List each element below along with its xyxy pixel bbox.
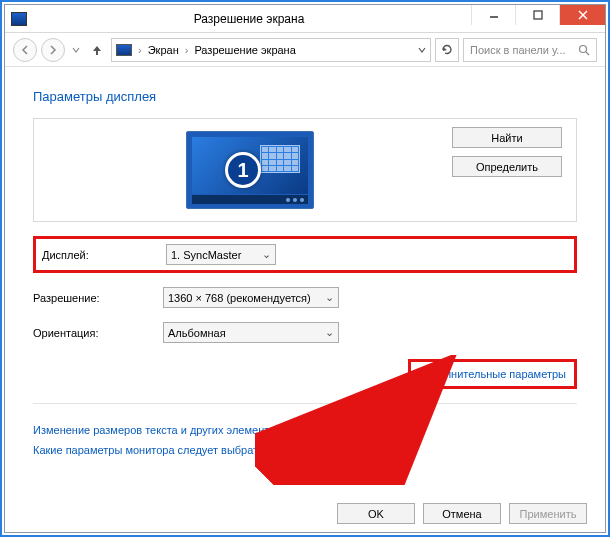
orientation-row: Ориентация: Альбомная ⌄	[33, 322, 577, 343]
display-label: Дисплей:	[42, 249, 166, 261]
dialog-footer: OK Отмена Применить	[337, 503, 587, 524]
breadcrumb-item[interactable]: Разрешение экрана	[194, 44, 295, 56]
svg-point-4	[580, 45, 587, 52]
navigation-bar: › Экран › Разрешение экрана Поиск в пане…	[5, 33, 605, 67]
ok-button[interactable]: OK	[337, 503, 415, 524]
chevron-down-icon: ⌄	[262, 248, 271, 261]
which-settings-link[interactable]: Какие параметры монитора следует выбрать…	[33, 444, 577, 456]
orientation-value: Альбомная	[168, 327, 226, 339]
orientation-label: Ориентация:	[33, 327, 163, 339]
search-input[interactable]: Поиск в панели у...	[463, 38, 597, 62]
monitor-thumbnail[interactable]: 1	[186, 131, 314, 209]
minimize-button[interactable]	[471, 5, 515, 25]
display-row-highlight: Дисплей: 1. SyncMaster ⌄	[33, 236, 577, 273]
maximize-button[interactable]	[515, 5, 559, 25]
chevron-down-icon: ⌄	[325, 291, 334, 304]
display-select[interactable]: 1. SyncMaster ⌄	[166, 244, 276, 265]
resolution-value: 1360 × 768 (рекомендуется)	[168, 292, 311, 304]
page-title: Параметры дисплея	[33, 89, 577, 104]
svg-line-5	[586, 52, 589, 55]
cancel-button[interactable]: Отмена	[423, 503, 501, 524]
chevron-down-icon: ⌄	[325, 326, 334, 339]
text-size-link[interactable]: Изменение размеров текста и других элеме…	[33, 424, 577, 436]
resolution-row: Разрешение: 1360 × 768 (рекомендуется) ⌄	[33, 287, 577, 308]
monitor-number-badge: 1	[225, 152, 261, 188]
detect-button[interactable]: Определить	[452, 156, 562, 177]
back-button[interactable]	[13, 38, 37, 62]
display-value: 1. SyncMaster	[171, 249, 241, 261]
address-bar[interactable]: › Экран › Разрешение экрана	[111, 38, 431, 62]
close-button[interactable]	[559, 5, 605, 25]
forward-button[interactable]	[41, 38, 65, 62]
apply-button: Применить	[509, 503, 587, 524]
monitor-icon	[116, 44, 132, 56]
title-bar: Разрешение экрана	[5, 5, 605, 33]
chevron-down-icon[interactable]	[418, 46, 426, 54]
resolution-select[interactable]: 1360 × 768 (рекомендуется) ⌄	[163, 287, 339, 308]
content-area: Параметры дисплея 1	[5, 67, 605, 456]
chevron-right-icon: ›	[138, 44, 142, 56]
search-icon	[578, 44, 590, 56]
svg-rect-1	[534, 11, 542, 19]
desktop-grid-icon	[260, 145, 300, 173]
chevron-right-icon: ›	[185, 44, 189, 56]
find-button[interactable]: Найти	[452, 127, 562, 148]
search-placeholder: Поиск в панели у...	[470, 44, 578, 56]
app-icon	[11, 12, 27, 26]
window-frame: Разрешение экрана ›	[0, 0, 610, 537]
divider	[33, 403, 577, 404]
window-title: Разрешение экрана	[27, 12, 471, 26]
breadcrumb-item[interactable]: Экран	[148, 44, 179, 56]
up-button[interactable]	[87, 40, 107, 60]
resolution-label: Разрешение:	[33, 292, 163, 304]
history-dropdown[interactable]	[69, 40, 83, 60]
display-preview: 1 Найти Определить	[33, 118, 577, 222]
advanced-settings-link[interactable]: Дополнительные параметры	[408, 359, 577, 389]
orientation-select[interactable]: Альбомная ⌄	[163, 322, 339, 343]
refresh-button[interactable]	[435, 38, 459, 62]
